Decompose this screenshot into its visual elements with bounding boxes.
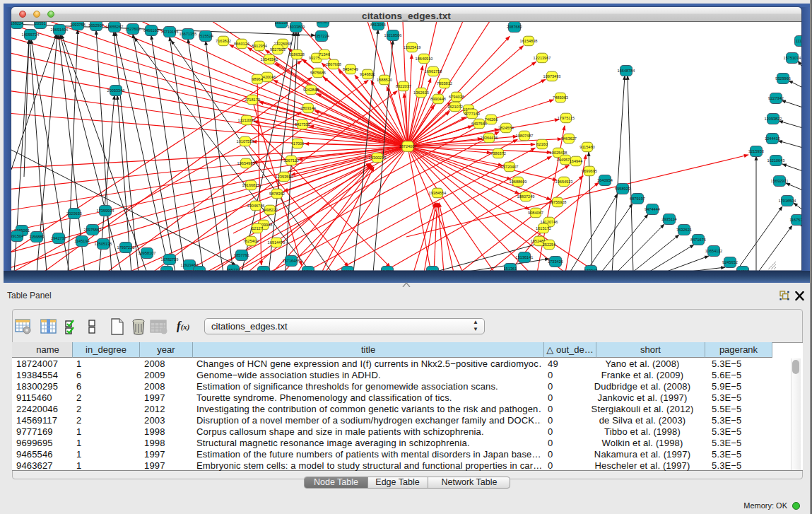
svg-text:2867608: 2867608 (326, 62, 341, 66)
svg-text:12353594: 12353594 (276, 175, 293, 179)
svg-text:1621072: 1621072 (447, 105, 463, 109)
svg-text:252254: 252254 (543, 243, 556, 247)
svg-text:2935114: 2935114 (661, 217, 676, 221)
svg-text:9329966: 9329966 (775, 76, 791, 81)
svg-text:12127: 12127 (252, 226, 263, 230)
svg-text:7163822: 7163822 (216, 39, 231, 43)
svg-text:7515524: 7515524 (198, 34, 213, 38)
svg-text:9777169: 9777169 (464, 112, 480, 116)
svg-text:8912954: 8912954 (252, 44, 267, 48)
svg-text:7357224: 7357224 (314, 34, 329, 38)
svg-text:2718170: 2718170 (245, 98, 260, 102)
svg-text:160338: 160338 (275, 22, 288, 25)
svg-text:19218506: 19218506 (384, 33, 402, 37)
svg-text:9463627: 9463627 (561, 136, 577, 141)
svg-text:15751074: 15751074 (784, 56, 801, 60)
svg-text:8471676: 8471676 (690, 238, 706, 242)
svg-text:1167533: 1167533 (789, 218, 801, 222)
svg-text:16961758: 16961758 (425, 69, 442, 74)
svg-text:14055724: 14055724 (22, 33, 40, 37)
svg-text:8813054: 8813054 (370, 23, 386, 27)
svg-text:16648784: 16648784 (618, 69, 635, 73)
svg-text:20053346: 20053346 (107, 88, 125, 93)
svg-text:746266: 746266 (485, 117, 498, 122)
svg-text:20364436: 20364436 (481, 136, 498, 140)
svg-text:6497568: 6497568 (471, 122, 487, 126)
svg-text:1615172: 1615172 (536, 226, 551, 230)
svg-text:15716485: 15716485 (283, 259, 300, 263)
svg-text:15300215: 15300215 (369, 156, 387, 160)
svg-text:16210643: 16210643 (767, 158, 785, 163)
svg-text:16154838: 16154838 (520, 39, 538, 43)
svg-text:7955812: 7955812 (437, 81, 452, 86)
svg-text:9699695: 9699695 (582, 169, 597, 173)
svg-text:7386372: 7386372 (490, 151, 506, 156)
svg-text:16782759: 16782759 (161, 257, 179, 262)
svg-text:5958923: 5958923 (615, 187, 630, 191)
svg-text:5878352: 5878352 (269, 192, 285, 196)
svg-text:12505135: 12505135 (95, 242, 112, 246)
svg-text:16914479: 16914479 (268, 240, 286, 245)
svg-text:188224: 188224 (11, 22, 23, 25)
svg-text:18640910: 18640910 (416, 57, 433, 61)
svg-text:13325419: 13325419 (404, 45, 421, 49)
svg-text:7632621: 7632621 (676, 228, 692, 232)
svg-text:19654985: 19654985 (237, 161, 255, 165)
svg-text:7625402: 7625402 (243, 239, 259, 243)
svg-text:19654923: 19654923 (555, 180, 573, 184)
svg-text:9227342: 9227342 (768, 96, 784, 100)
svg-text:6466160: 6466160 (143, 28, 159, 33)
svg-text:10025438: 10025438 (550, 151, 567, 155)
svg-text:1733426: 1733426 (548, 259, 563, 264)
svg-text:10807487: 10807487 (516, 134, 534, 138)
svg-text:17016504: 17016504 (779, 199, 796, 203)
svg-text:8322037: 8322037 (396, 84, 411, 88)
svg-text:10958107: 10958107 (139, 251, 156, 255)
svg-text:1362615: 1362615 (413, 90, 429, 95)
svg-text:20975867: 20975867 (84, 228, 102, 232)
svg-text:15720407: 15720407 (501, 165, 519, 169)
svg-text:98964: 98964 (252, 77, 263, 81)
svg-text:18807249: 18807249 (517, 194, 535, 199)
svg-text:10655267: 10655267 (106, 25, 124, 29)
svg-text:12213967: 12213967 (534, 56, 551, 60)
svg-text:2020655: 2020655 (66, 211, 82, 216)
svg-text:6794028: 6794028 (449, 95, 464, 99)
svg-text:12213389: 12213389 (238, 118, 256, 122)
svg-text:10654112: 10654112 (705, 249, 722, 253)
svg-text:9857791: 9857791 (234, 253, 249, 257)
svg-text:1156889: 1156889 (29, 235, 44, 239)
svg-text:9242848: 9242848 (303, 88, 319, 92)
svg-text:19384554: 19384554 (429, 191, 447, 195)
svg-text:19166825: 19166825 (242, 183, 260, 187)
svg-text:10973493: 10973493 (543, 74, 561, 78)
svg-text:2087682: 2087682 (507, 25, 522, 29)
svg-text:3215953: 3215953 (748, 149, 764, 153)
svg-text:9327503: 9327503 (270, 47, 286, 52)
svg-text:10543342: 10543342 (261, 57, 278, 62)
svg-text:417006: 417006 (291, 141, 305, 146)
svg-text:1527602: 1527602 (125, 27, 141, 31)
svg-text:10719155: 10719155 (161, 30, 179, 34)
svg-text:164944: 164944 (570, 159, 583, 163)
svg-text:8427552: 8427552 (295, 122, 310, 127)
svg-text:391504: 391504 (11, 234, 23, 238)
svg-text:9115460: 9115460 (579, 145, 594, 149)
svg-text:20551: 20551 (35, 22, 46, 25)
svg-text:10688609: 10688609 (510, 180, 527, 184)
svg-text:19756928: 19756928 (549, 200, 567, 204)
svg-text:5875685: 5875685 (310, 71, 326, 75)
svg-text:17975115: 17975115 (558, 116, 575, 120)
svg-text:3824554: 3824554 (498, 126, 514, 130)
svg-text:16671355: 16671355 (180, 32, 197, 36)
svg-text:8454749: 8454749 (343, 67, 358, 71)
svg-text:2942737: 2942737 (51, 236, 66, 240)
svg-text:10107553: 10107553 (237, 139, 254, 144)
svg-text:9474444: 9474444 (645, 207, 660, 211)
svg-text:1244415: 1244415 (765, 136, 780, 141)
svg-text:71546: 71546 (319, 52, 330, 57)
svg-text:2803144: 2803144 (300, 106, 316, 110)
svg-text:3267110: 3267110 (283, 158, 298, 163)
svg-text:20691406: 20691406 (51, 28, 69, 32)
svg-text:7485063: 7485063 (553, 95, 568, 100)
